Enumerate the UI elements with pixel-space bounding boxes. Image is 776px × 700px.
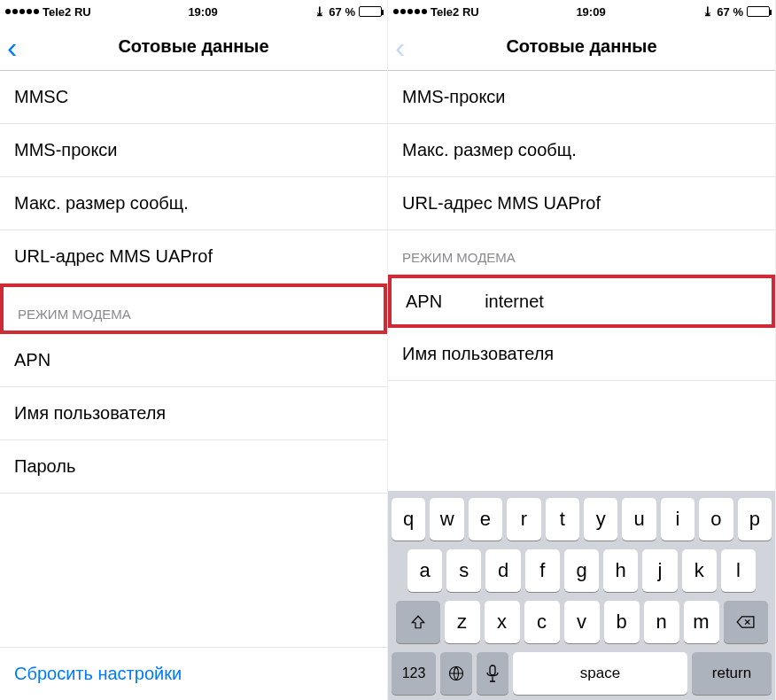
password-field[interactable]: Пароль [0,440,387,494]
key-backspace[interactable] [724,601,768,643]
key-return[interactable]: return [692,652,772,695]
mms-proxy-field[interactable]: MMS-прокси [0,124,387,177]
key-b[interactable]: b [604,601,640,643]
key-space[interactable]: space [513,652,687,695]
max-msg-field[interactable]: Макс. размер сообщ. [0,177,387,230]
key-d[interactable]: d [485,549,520,592]
section-header-modem: РЕЖИМ МОДЕМА [388,230,775,275]
key-u[interactable]: u [622,498,656,541]
key-k[interactable]: k [682,549,717,592]
key-f[interactable]: f [525,549,560,592]
url-uaprof-field[interactable]: URL-адрес MMS UAProf [0,230,387,284]
clock: 19:09 [188,5,217,19]
username-field[interactable]: Имя пользователя [388,328,775,381]
status-bar: Tele2 RU 19:09 67 % [0,0,387,23]
key-h[interactable]: h [603,549,638,592]
key-t[interactable]: t [546,498,579,541]
key-g[interactable]: g [564,549,599,592]
phone-right: Tele2 RU 19:09 67 % ‹ Сотовые данные MMS… [388,0,776,700]
keyboard: q w e r t y u i o p a s d f g h j k l z [388,491,775,700]
key-e[interactable]: e [469,498,502,541]
status-bar: Tele2 RU 19:09 67 % [388,0,775,23]
key-row-3: z x c v b n m [392,601,772,643]
back-button[interactable]: ‹ [395,32,405,62]
microphone-icon [486,665,499,682]
key-row-1: q w e r t y u i o p [392,498,772,541]
apn-value: internet [485,292,544,312]
key-q[interactable]: q [392,498,425,541]
key-dictation[interactable] [477,652,508,695]
mms-proxy-field[interactable]: MMS-прокси [388,71,775,124]
battery-icon [359,6,382,17]
key-a[interactable]: a [407,549,442,592]
reset-settings-button[interactable]: Сбросить настройки [0,647,387,700]
nav-bar: ‹ Сотовые данные [0,23,387,71]
carrier-label: Tele2 RU [43,5,91,19]
signal-dots-icon [393,9,427,14]
max-msg-field[interactable]: Макс. размер сообщ. [388,124,775,177]
globe-icon [447,665,465,682]
key-p[interactable]: p [738,498,772,541]
page-title: Сотовые данные [118,36,268,57]
battery-percent: 67 % [717,5,743,19]
key-l[interactable]: l [721,549,756,592]
section-header-modem: РЕЖИМ МОДЕМА [0,284,387,334]
key-n[interactable]: n [644,601,679,643]
apn-label: APN [406,292,442,312]
key-i[interactable]: i [661,498,695,541]
back-button[interactable]: ‹ [7,32,17,62]
battery-percent: 67 % [329,5,355,19]
key-s[interactable]: s [446,549,481,592]
signal-dots-icon [5,9,39,14]
key-y[interactable]: y [584,498,617,541]
key-r[interactable]: r [507,498,540,541]
clock: 19:09 [576,5,605,19]
key-x[interactable]: x [485,601,520,643]
spacer [0,494,387,647]
username-field[interactable]: Имя пользователя [0,387,387,440]
key-o[interactable]: o [699,498,733,541]
backspace-icon [736,615,756,629]
key-numbers[interactable]: 123 [392,652,436,695]
key-shift[interactable] [396,601,440,643]
mmsc-field[interactable]: MMSC [0,71,387,124]
page-title: Сотовые данные [506,36,656,57]
url-uaprof-field[interactable]: URL-адрес MMS UAProf [388,177,775,230]
orientation-lock-icon [314,4,325,19]
key-c[interactable]: c [524,601,560,643]
carrier-label: Tele2 RU [431,5,479,19]
key-m[interactable]: m [684,601,719,643]
apn-field[interactable]: APN internet [388,275,775,328]
key-globe[interactable] [440,652,472,695]
settings-list: MMSC MMS-прокси Макс. размер сообщ. URL-… [0,71,387,700]
key-row-4: 123 space return [392,652,772,695]
svg-rect-1 [490,665,495,675]
shift-icon [410,614,426,630]
battery-icon [747,6,770,17]
phone-left: Tele2 RU 19:09 67 % ‹ Сотовые данные MMS… [0,0,388,700]
key-v[interactable]: v [564,601,600,643]
key-w[interactable]: w [430,498,463,541]
apn-field[interactable]: APN [0,334,387,387]
key-j[interactable]: j [642,549,677,592]
settings-list: MMS-прокси Макс. размер сообщ. URL-адрес… [388,71,775,491]
nav-bar: ‹ Сотовые данные [388,23,775,71]
key-z[interactable]: z [445,601,480,643]
orientation-lock-icon [702,4,713,19]
key-row-2: a s d f g h j k l [392,549,772,592]
